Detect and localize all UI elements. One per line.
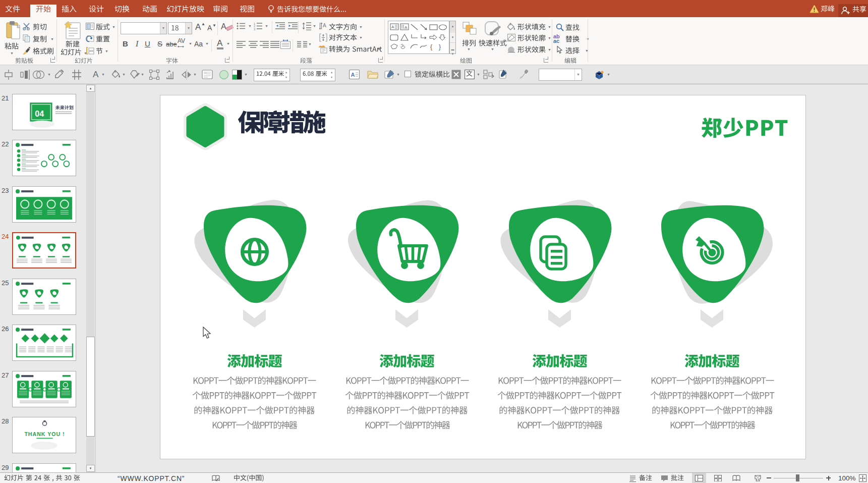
svg-text:A: A <box>323 23 326 28</box>
svg-text:04: 04 <box>35 109 44 118</box>
svg-text:A: A <box>404 25 408 30</box>
svg-text:3: 3 <box>254 28 255 31</box>
svg-text:A: A <box>391 25 394 29</box>
svg-text:A: A <box>351 72 355 78</box>
svg-text:THANK YOU !: THANK YOU ! <box>24 431 65 437</box>
svg-text:{: { <box>430 43 432 50</box>
svg-text:}: } <box>439 43 441 50</box>
